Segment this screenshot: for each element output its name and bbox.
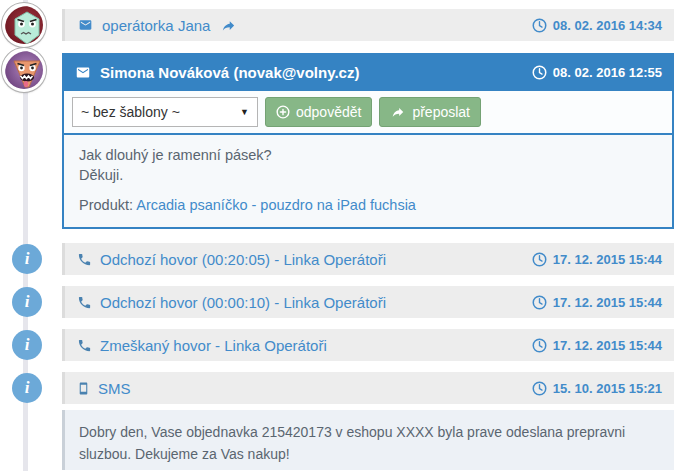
forward-button-label: přeposlat: [412, 104, 470, 120]
item-date: 15. 10. 2015 15:21: [553, 381, 662, 396]
phone-icon: [77, 338, 92, 353]
phone-icon: [77, 252, 92, 267]
email-product-line: Produkt: Arcadia psaníčko - pouzdro na i…: [79, 195, 657, 215]
envelope-icon: [74, 65, 92, 80]
plus-circle-icon: [276, 105, 290, 119]
sms-row-header[interactable]: SMS 15. 10. 2015 15:21: [62, 372, 674, 404]
email-collapsed-header[interactable]: operátorka Jana 08. 02. 2016 14:34: [62, 9, 674, 41]
email-open-header[interactable]: Simona Nováková (novak@volny.cz) 08. 02.…: [62, 53, 674, 91]
call-label: Odchozí hovor (00:00:10) - Linka Operáto…: [100, 294, 386, 311]
timeline-item-email-open: Simona Nováková (novak@volny.cz) 08. 02.…: [62, 53, 674, 229]
email-body: Jak dlouhý je ramenní pásek? Děkuji. Pro…: [62, 135, 674, 229]
product-label: Produkt:: [79, 197, 133, 213]
info-icon[interactable]: i: [12, 373, 42, 403]
clock-icon: [532, 65, 547, 80]
email-sender-link[interactable]: operátorka Jana: [102, 17, 210, 34]
clock-icon: [532, 295, 547, 310]
email-toolbar: ~ bez šablony ~ ▼ odpovědět přeposlat: [62, 91, 674, 135]
template-select[interactable]: ~ bez šablony ~ ▼: [72, 97, 258, 127]
call-label: Odchozí hovor (00:20:05) - Linka Operáto…: [100, 251, 386, 268]
item-date: 17. 12. 2015 15:44: [553, 338, 662, 353]
item-date: 17. 12. 2015 15:44: [553, 252, 662, 267]
avatar-operator: [2, 3, 46, 47]
item-date: 08. 02. 2016 12:55: [553, 65, 662, 80]
timeline-item-call: i Odchozí hovor (00:20:05) - Linka Operá…: [62, 243, 674, 275]
forward-arrow-icon: [390, 105, 406, 119]
info-icon[interactable]: i: [12, 330, 42, 360]
activity-timeline: operátorka Jana 08. 02. 2016 14:34: [0, 0, 681, 471]
call-row-header[interactable]: Odchozí hovor (00:20:05) - Linka Operáto…: [62, 243, 674, 275]
timeline-item-call: i Odchozí hovor (00:00:10) - Linka Operá…: [62, 286, 674, 318]
clock-icon: [532, 252, 547, 267]
call-row-header[interactable]: Zmeškaný hovor - Linka Operátoři 17. 12.…: [62, 329, 674, 361]
chevron-down-icon: ▼: [240, 107, 249, 117]
envelope-icon: [77, 18, 94, 32]
reply-button-label: odpovědět: [296, 104, 361, 120]
forward-arrow-icon[interactable]: [220, 18, 237, 33]
sms-body: Dobry den, Vase objednavka 215420173 v e…: [62, 410, 674, 470]
timeline-item-sms: i SMS 15. 10. 2015 15:21: [62, 372, 674, 404]
product-link[interactable]: Arcadia psaníčko - pouzdro na iPad fuchs…: [136, 197, 416, 213]
clock-icon: [532, 338, 547, 353]
mobile-phone-icon: [77, 381, 90, 396]
sms-label: SMS: [98, 380, 131, 397]
call-label: Zmeškaný hovor - Linka Operátoři: [100, 337, 327, 354]
clock-icon: [532, 381, 547, 396]
info-icon[interactable]: i: [12, 287, 42, 317]
timeline-item-call-missed: i Zmeškaný hovor - Linka Operátoři 17. 1…: [62, 329, 674, 361]
item-date: 17. 12. 2015 15:44: [553, 295, 662, 310]
avatar-customer: [2, 48, 46, 92]
call-row-header[interactable]: Odchozí hovor (00:00:10) - Linka Operáto…: [62, 286, 674, 318]
email-body-line: Děkuji.: [79, 165, 657, 185]
timeline-item-email-collapsed: operátorka Jana 08. 02. 2016 14:34: [62, 9, 674, 41]
info-icon[interactable]: i: [12, 244, 42, 274]
forward-button[interactable]: přeposlat: [379, 97, 481, 127]
email-sender-name: Simona Nováková (novak@volny.cz): [100, 64, 359, 81]
clock-icon: [532, 18, 547, 33]
email-body-line: Jak dlouhý je ramenní pásek?: [79, 145, 657, 165]
reply-button[interactable]: odpovědět: [265, 97, 372, 127]
template-select-value: ~ bez šablony ~: [81, 104, 180, 120]
item-date: 08. 02. 2016 14:34: [553, 18, 662, 33]
phone-icon: [77, 295, 92, 310]
